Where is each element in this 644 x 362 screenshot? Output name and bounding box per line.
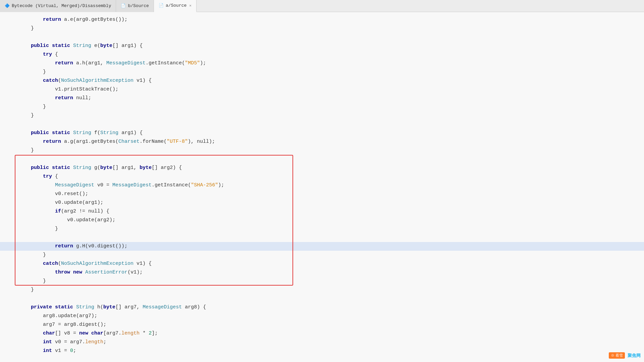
code-line: return null; — [0, 94, 644, 103]
code-line: arg8.update(arg7); — [0, 312, 644, 320]
code-line: throw new AssertionError(v1); — [0, 268, 644, 277]
code-content: try { — [16, 172, 644, 181]
code-content: int v0 = arg7.length; — [16, 338, 644, 347]
code-content: try { — [16, 50, 644, 59]
tab-asource-close[interactable]: ✕ — [189, 3, 192, 8]
tab-bytecode-icon: 🔷 — [5, 3, 10, 8]
code-line: v0.update(arg2); — [0, 216, 644, 225]
code-line: v0.reset(); — [0, 190, 644, 198]
code-content: v0.update(arg2); — [16, 216, 644, 225]
code-content: } — [16, 103, 644, 111]
code-content: arg7 = arg8.digest(); — [16, 320, 644, 329]
code-line: } — [0, 251, 644, 259]
code-content: char[] v8 = new char[arg7.length * 2]; — [16, 329, 644, 338]
code-content: public static String e(byte[] arg1) { — [16, 42, 644, 50]
tab-bsource-icon: 📄 — [121, 3, 126, 8]
code-content: catch(NoSuchAlgorithmException v1) { — [16, 76, 644, 85]
code-line: } — [0, 103, 644, 111]
code-content: } — [16, 68, 644, 76]
code-line: } — [0, 68, 644, 76]
tab-asource-label: a/Source — [166, 3, 186, 8]
code-content: return a.e(arg0.getBytes()); — [16, 15, 644, 24]
code-line: return g.H(v0.digest()); — [0, 242, 644, 251]
code-line: MessageDigest v0 = MessageDigest.getInst… — [0, 181, 644, 190]
tab-bsource[interactable]: 📄 b/Source — [116, 0, 154, 12]
code-line: int v1 = 0; — [0, 347, 644, 355]
code-content: return a.h(arg1, MessageDigest.getInstan… — [16, 59, 644, 68]
code-line — [0, 155, 644, 164]
watermark-text: 聚焦网 — [628, 353, 641, 359]
code-line: private static String h(byte[] arg7, Mes… — [0, 303, 644, 312]
code-content — [16, 120, 644, 129]
code-line: v1.printStackTrace(); — [0, 85, 644, 94]
code-line: arg7 = arg8.digest(); — [0, 320, 644, 329]
code-content: public static String g(byte[] arg1, byte… — [16, 164, 644, 172]
watermark: ※ 看雪 聚焦网 — [609, 352, 641, 359]
code-content: public static String f(String arg1) { — [16, 129, 644, 137]
code-line: } — [0, 24, 644, 33]
code-line: } — [0, 286, 644, 294]
code-line: } — [0, 225, 644, 233]
code-line: return a.e(arg0.getBytes()); — [0, 15, 644, 24]
watermark-logo: ※ 看雪 — [609, 352, 625, 359]
code-line: } — [0, 277, 644, 286]
code-line: try { — [0, 172, 644, 181]
code-line: if(arg2 != null) { — [0, 207, 644, 216]
code-line: char[] v8 = new char[arg7.length * 2]; — [0, 329, 644, 338]
code-content: } — [16, 146, 644, 155]
code-line — [0, 233, 644, 242]
code-line: public static String g(byte[] arg1, byte… — [0, 164, 644, 172]
tab-bytecode-label: Bytecode (Virtual, Merged)/Disassembly — [12, 3, 111, 8]
code-content: if(arg2 != null) { — [16, 207, 644, 216]
code-content: } — [16, 225, 644, 233]
tab-asource-icon: 📄 — [159, 3, 164, 8]
code-line — [0, 294, 644, 303]
code-content — [16, 233, 644, 242]
code-content: MessageDigest v0 = MessageDigest.getInst… — [16, 181, 644, 190]
code-content — [16, 155, 644, 164]
code-line: return a.g(arg1.getBytes(Charset.forName… — [0, 137, 644, 146]
code-content: } — [16, 251, 644, 259]
code-line: public static String f(String arg1) { — [0, 129, 644, 137]
code-content: throw new AssertionError(v1); — [16, 268, 644, 277]
code-content: v0.update(arg1); — [16, 198, 644, 207]
tab-bar: 🔷 Bytecode (Virtual, Merged)/Disassembly… — [0, 0, 644, 12]
code-content: private static String h(byte[] arg7, Mes… — [16, 303, 644, 312]
code-content: } — [16, 24, 644, 33]
code-content: return g.H(v0.digest()); — [16, 242, 644, 251]
code-content: } — [16, 286, 644, 294]
code-line — [0, 33, 644, 42]
code-line: } — [0, 111, 644, 120]
code-line: } — [0, 146, 644, 155]
code-line: public static String e(byte[] arg1) { — [0, 42, 644, 50]
tab-asource[interactable]: 📄 a/Source ✕ — [154, 0, 197, 12]
code-content: int v1 = 0; — [16, 347, 644, 355]
code-content: return null; — [16, 94, 644, 103]
code-line: catch(NoSuchAlgorithmException v1) { — [0, 76, 644, 85]
code-content: catch(NoSuchAlgorithmException v1) { — [16, 259, 644, 268]
code-content: v0.reset(); — [16, 190, 644, 198]
code-content: arg8.update(arg7); — [16, 312, 644, 320]
code-content — [16, 294, 644, 303]
code-line: v0.update(arg1); — [0, 198, 644, 207]
code-content: } — [16, 111, 644, 120]
code-line — [0, 120, 644, 129]
tab-bsource-label: b/Source — [128, 3, 149, 8]
code-content — [16, 33, 644, 42]
code-line: return a.h(arg1, MessageDigest.getInstan… — [0, 59, 644, 68]
code-area: return a.e(arg0.getBytes()); } public st… — [0, 12, 644, 362]
tab-bytecode[interactable]: 🔷 Bytecode (Virtual, Merged)/Disassembly — [0, 0, 116, 12]
code-line: try { — [0, 50, 644, 59]
code-line: catch(NoSuchAlgorithmException v1) { — [0, 259, 644, 268]
code-line: int v0 = arg7.length; — [0, 338, 644, 347]
code-content: v1.printStackTrace(); — [16, 85, 644, 94]
code-content: } — [16, 277, 644, 286]
code-content: return a.g(arg1.getBytes(Charset.forName… — [16, 137, 644, 146]
